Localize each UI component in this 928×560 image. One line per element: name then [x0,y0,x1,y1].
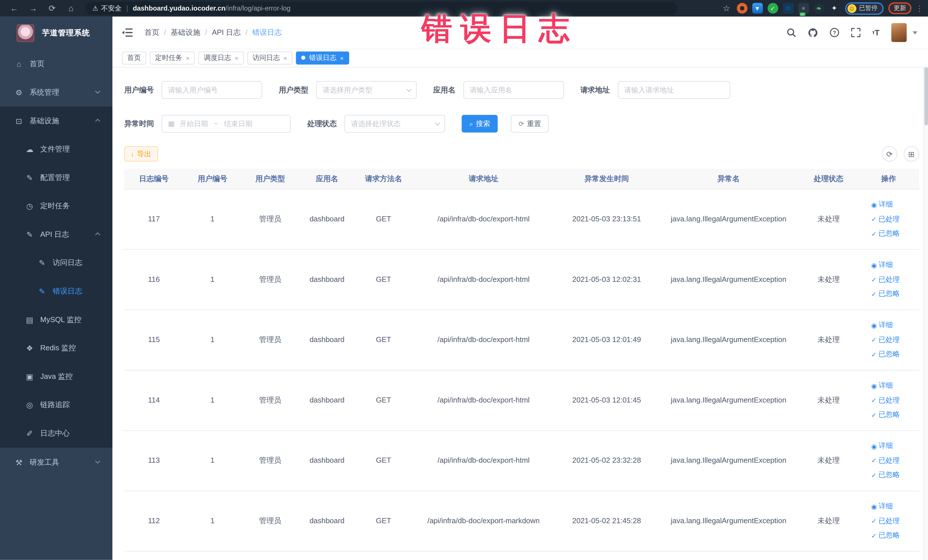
cell-id: 115 [124,335,183,345]
tab-定时任务[interactable]: 定时任务× [150,51,195,64]
action-详细[interactable]: ◉详细 [871,261,893,270]
action-已处理[interactable]: ✓已处理 [871,275,900,284]
process-status-select-input[interactable] [344,115,445,132]
check-icon: ✓ [871,396,877,405]
action-已忽略[interactable]: ✓已忽略 [871,531,900,540]
search-icon[interactable] [786,28,796,37]
action-已处理[interactable]: ✓已处理 [871,396,900,405]
browser-forward-icon[interactable]: → [26,2,40,15]
user-menu-caret-icon[interactable] [913,31,917,34]
check-icon: ✓ [871,290,877,298]
close-icon[interactable]: × [340,54,343,61]
sidebar-item-13[interactable]: ✐日志中心 [0,419,112,448]
sidebar-item-1[interactable]: ⚙系统管理 [0,78,112,107]
browser-reload-icon[interactable]: ⟳ [46,2,59,15]
search-button[interactable]: ⌕ 搜索 [462,115,498,132]
sidebar-item-3[interactable]: ☁文件管理 [0,135,112,163]
action-详细[interactable]: ◉详细 [871,200,893,209]
action-详细[interactable]: ◉详细 [871,442,893,451]
tab-调度日志[interactable]: 调度日志× [198,51,244,64]
tab-首页[interactable]: 首页 [122,51,146,64]
action-已处理[interactable]: ✓已处理 [871,215,900,224]
profile-paused-chip[interactable]: ☺ 已暂停 [845,2,884,15]
sidebar-item-10[interactable]: ❖Redis 监控 [0,334,112,362]
table-settings-button[interactable]: ⊞ [904,146,919,162]
tab-错误日志[interactable]: 错误日志× [296,51,349,64]
action-已忽略[interactable]: ✓已忽略 [871,471,900,480]
sidebar-item-8[interactable]: ✎错误日志 [0,277,112,305]
fullscreen-icon[interactable] [851,28,860,37]
cell-id: 113 [124,456,183,465]
sidebar-item-5[interactable]: ◷定时任务 [0,192,112,220]
breadcrumb-item[interactable]: 错误日志 [252,27,282,37]
breadcrumb-item[interactable]: API 日志 [212,27,241,37]
action-label: 已忽略 [878,471,900,480]
action-已忽略[interactable]: ✓已忽略 [871,229,900,238]
user-id-input[interactable] [162,81,262,99]
address-bar[interactable]: ⚠ 不安全 | dashboard.yudao.iocoder.cn/infra… [85,2,677,15]
extension-leaf-icon[interactable]: ❧ [814,3,824,14]
sidebar-item-0[interactable]: ⌂首页 [0,50,112,78]
sidebar-item-4[interactable]: ✎配置管理 [0,163,112,192]
page-scrollbar[interactable] [923,17,928,560]
close-icon[interactable]: × [283,54,287,61]
sidebar-item-11[interactable]: ▣Java 监控 [0,362,112,391]
browser-update-button[interactable]: 更新 [888,2,911,14]
not-secure-label: 不安全 [101,4,122,12]
process-status-select[interactable] [344,115,445,132]
action-已处理[interactable]: ✓已处理 [871,456,900,465]
browser-menu-icon[interactable]: ⋮ [916,4,923,12]
refresh-table-button[interactable]: ⟳ [882,146,897,162]
column-header: 用户编号 [183,174,241,184]
sidebar-item-label: 访问日志 [53,258,82,268]
menu-fold-icon[interactable] [122,26,133,38]
browser-back-icon[interactable]: ← [8,2,21,15]
extension-check-icon[interactable]: ✓ [768,3,778,14]
sidebar-item-label: 基础设施 [30,116,60,126]
user-type-select[interactable] [316,81,417,99]
reset-button[interactable]: ⟳ 重置 [511,115,549,132]
not-secure-warning-icon: ⚠ [92,5,98,12]
font-size-icon[interactable]: тT [872,28,879,37]
cell-url: /api/infra/db-doc/export-html [412,215,555,224]
sidebar-item-9[interactable]: ▤MySQL 监控 [0,305,112,334]
app-name-input[interactable] [463,81,564,99]
help-icon[interactable]: ? [830,28,839,37]
github-icon[interactable] [807,27,818,37]
sidebar-item-2[interactable]: ⊡基础设施 [0,107,112,135]
request-url-input[interactable] [618,81,730,99]
extensions-puzzle-icon[interactable]: ✦ [829,3,839,14]
action-详细[interactable]: ◉详细 [871,502,893,511]
action-已忽略[interactable]: ✓已忽略 [871,350,900,359]
close-icon[interactable]: × [235,54,238,61]
user-type-select-input[interactable] [316,81,417,99]
action-已处理[interactable]: ✓已处理 [871,517,900,526]
logo-row[interactable]: 芋道管理系统 [0,17,112,50]
extension-shield-icon[interactable]: ▼ [752,3,763,14]
sidebar-item-12[interactable]: ◎链路追踪 [0,391,112,419]
action-详细[interactable]: ◉详细 [871,381,893,390]
bookmark-star-icon[interactable]: ☆ [721,3,732,14]
action-已忽略[interactable]: ✓已忽略 [871,410,900,420]
extension-grid-icon[interactable]: ∷ [783,3,793,14]
action-详细[interactable]: ◉详细 [871,321,893,330]
start-date-placeholder: 开始日期 [179,119,208,129]
cell-url: /api/infra/db-doc/export-html [412,275,555,284]
action-已忽略[interactable]: ✓已忽略 [871,290,900,299]
breadcrumb-item[interactable]: 基础设施 [171,27,200,37]
browser-home-icon[interactable]: ⌂ [64,2,78,15]
close-icon[interactable]: × [186,54,189,61]
sidebar-item-7[interactable]: ✎访问日志 [0,249,112,277]
date-range-input[interactable]: ▦ 开始日期 ~ 结束日期 [162,115,290,132]
screen: ← → ⟳ ⌂ ⚠ 不安全 | dashboard.yudao.iocoder.… [0,0,928,560]
sidebar-item-6[interactable]: ✎API 日志 [0,220,112,249]
tab-访问日志[interactable]: 访问日志× [247,51,293,64]
breadcrumb-item[interactable]: 首页 [144,27,159,37]
action-已处理[interactable]: ✓已处理 [871,336,900,345]
sidebar-item-14[interactable]: ⚒研发工具 [0,448,112,476]
extension-adblock-icon[interactable] [737,3,747,14]
user-avatar[interactable] [891,23,907,42]
export-button[interactable]: ↓ 导出 [124,146,158,162]
action-label: 详细 [879,442,893,451]
extension-list-icon[interactable]: ≡on [798,3,809,14]
